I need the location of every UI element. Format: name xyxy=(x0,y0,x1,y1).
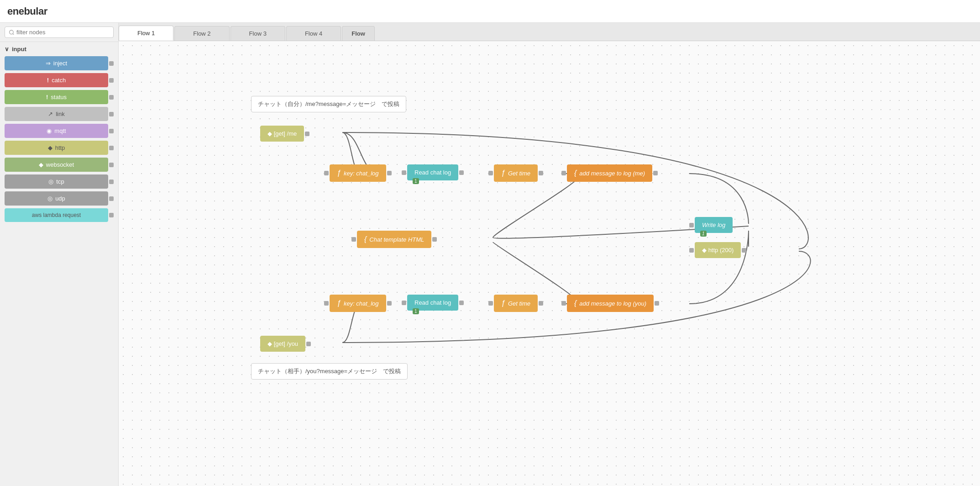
link-port xyxy=(109,112,114,116)
node-func-key-top[interactable]: ƒkey: chat_log xyxy=(324,164,392,182)
node-addmsg-bottom[interactable]: {add message to log (you) xyxy=(561,295,659,312)
node-addmsg-top-port-right xyxy=(653,171,658,175)
node-http-200-port-left xyxy=(689,248,694,253)
node-addmsg-bottom-port-right xyxy=(655,301,659,306)
svg-line-1 xyxy=(13,33,14,34)
node-gettime-top-port-left xyxy=(488,171,493,175)
node-storage-read-bottom[interactable]: Read chat log 1 xyxy=(402,295,464,311)
http-label: http xyxy=(55,144,65,151)
sidebar-item-mqtt[interactable]: mqtt xyxy=(5,124,114,138)
node-func-key-top-port-left xyxy=(324,171,329,175)
tcp-label: tcp xyxy=(56,178,64,185)
flow-canvas: チャット（自分）/me?message=メッセージ で投稿 ◆ [get] /m… xyxy=(119,41,980,486)
chevron-icon: ∨ xyxy=(5,46,9,53)
node-http-200[interactable]: ◆ http (200) xyxy=(689,242,746,258)
node-chat-template-port-left xyxy=(351,237,356,242)
inject-port xyxy=(109,61,114,66)
sidebar-item-catch[interactable]: catch xyxy=(5,73,114,87)
node-write-log[interactable]: Write log 1 xyxy=(689,217,733,233)
node-get-you[interactable]: ◆ [get] /you xyxy=(260,336,311,352)
badge-read-bottom: 1 xyxy=(413,308,419,314)
udp-label: udp xyxy=(55,195,65,202)
link-label: link xyxy=(56,111,65,117)
node-storage-read-bottom-port-left xyxy=(402,301,406,305)
tcp-port xyxy=(109,180,114,184)
sidebar-item-http[interactable]: http xyxy=(5,141,114,155)
search-icon xyxy=(9,29,15,36)
badge-write: 1 xyxy=(700,231,707,237)
sidebar-item-tcp[interactable]: tcp xyxy=(5,174,114,189)
inject-label: inject xyxy=(53,60,67,67)
aws-port xyxy=(109,213,114,217)
tab-flow3[interactable]: Flow 3 xyxy=(231,26,285,41)
mqtt-port xyxy=(109,129,114,133)
search-input[interactable] xyxy=(16,29,110,36)
node-addmsg-top[interactable]: {add message to log (me) xyxy=(561,164,658,182)
node-storage-read-bottom-port-right xyxy=(459,301,464,305)
node-addmsg-bottom-port-left xyxy=(561,301,566,306)
node-gettime-bottom[interactable]: ƒGet time xyxy=(488,295,543,312)
aws-label: aws lambda request xyxy=(32,212,81,218)
node-gettime-top-port-right xyxy=(539,171,543,175)
node-get-me-port-right xyxy=(305,132,309,136)
sidebar-section-header[interactable]: ∨ input xyxy=(5,46,114,53)
node-write-log-port-left xyxy=(689,223,694,227)
node-http-200-port-right xyxy=(742,248,746,253)
sidebar-item-aws[interactable]: aws lambda request xyxy=(5,208,114,222)
tab-flow4[interactable]: Flow 4 xyxy=(286,26,341,41)
comment-bottom: チャット（相手）/you?message=メッセージ で投稿 xyxy=(251,363,408,380)
catch-port xyxy=(109,78,114,83)
section-label: input xyxy=(12,46,26,53)
tab-flow1[interactable]: Flow 1 xyxy=(119,26,173,41)
node-gettime-top[interactable]: ƒGet time xyxy=(488,164,543,182)
node-func-key-bottom-port-right xyxy=(387,301,392,306)
node-get-me[interactable]: ◆ [get] /me xyxy=(260,126,309,142)
node-storage-read-top-port-right xyxy=(459,170,464,175)
sidebar-item-link[interactable]: link xyxy=(5,107,114,121)
status-label: status xyxy=(51,94,67,100)
http-port xyxy=(109,146,114,150)
node-gettime-bottom-port-left xyxy=(488,301,493,306)
sidebar-item-inject[interactable]: inject xyxy=(5,56,114,70)
connections-svg xyxy=(119,41,980,486)
comment-top: チャット（自分）/me?message=メッセージ で投稿 xyxy=(251,96,406,112)
node-func-key-bottom[interactable]: ƒkey: chat_log xyxy=(324,295,392,312)
udp-port xyxy=(109,196,114,201)
node-storage-read-top[interactable]: Read chat log 1 xyxy=(402,164,464,180)
sidebar-item-websocket[interactable]: websocket xyxy=(5,158,114,172)
node-chat-template[interactable]: {Chat template HTML xyxy=(351,231,437,248)
websocket-label: websocket xyxy=(46,161,74,168)
svg-point-0 xyxy=(10,30,14,34)
node-chat-template-port-right xyxy=(432,237,437,242)
app-logo: enebular xyxy=(7,5,47,17)
tab-bar: Flow 1 Flow 2 Flow 3 Flow 4 Flow xyxy=(119,23,980,41)
tab-flow5[interactable]: Flow xyxy=(342,26,375,41)
catch-label: catch xyxy=(52,77,66,84)
mqtt-label: mqtt xyxy=(54,127,66,134)
node-storage-read-top-port-left xyxy=(402,170,406,175)
websocket-port xyxy=(109,163,114,167)
badge-read-top: 1 xyxy=(413,178,419,184)
node-gettime-bottom-port-right xyxy=(539,301,543,306)
node-get-you-port-right xyxy=(306,342,311,346)
node-addmsg-top-port-left xyxy=(561,171,566,175)
sidebar-item-status[interactable]: status xyxy=(5,90,114,104)
node-func-key-bottom-port-left xyxy=(324,301,329,306)
sidebar-item-udp[interactable]: udp xyxy=(5,191,114,206)
tab-flow2[interactable]: Flow 2 xyxy=(174,26,229,41)
node-func-key-top-port-right xyxy=(387,171,392,175)
status-port xyxy=(109,95,114,100)
